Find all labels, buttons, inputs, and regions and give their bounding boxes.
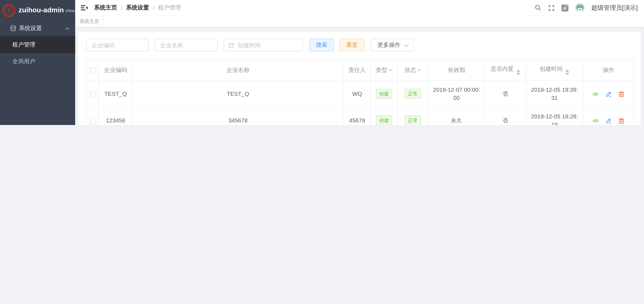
cell-name: TEST_Q — [132, 80, 344, 107]
col-header-select — [86, 60, 99, 80]
app-logo: Z zuihou-admin cloud — [0, 0, 75, 21]
content-area: 搜索 重置 更多操作 — [75, 28, 644, 125]
view-icon[interactable] — [592, 91, 598, 98]
logo-seal-icon: Z — [2, 4, 15, 17]
search-button[interactable]: 搜索 — [309, 39, 334, 51]
col-header-actions: 操作 — [583, 60, 634, 80]
cell-owner: WQ — [344, 80, 371, 107]
created-time-input[interactable] — [237, 41, 298, 49]
view-icon[interactable] — [592, 118, 598, 124]
language-icon[interactable]: A 文 — [561, 5, 568, 11]
database-icon — [10, 25, 16, 32]
table-row: 123456 345678 45678 创建 正常 永久 否 2019-12-0… — [86, 107, 634, 125]
chevron-down-icon — [404, 42, 409, 47]
cell-validity: 永久 — [428, 107, 485, 125]
status-tag: 正常 — [404, 116, 421, 125]
breadcrumb-separator: / — [121, 5, 122, 11]
cell-builtin: 否 — [485, 80, 526, 107]
app-title: zuihou-admin — [18, 6, 64, 15]
calendar-icon — [228, 42, 234, 48]
select-all-checkbox[interactable] — [90, 67, 96, 74]
sidebar-item-tenant-management[interactable]: 租户管理 — [0, 36, 75, 53]
row-checkbox[interactable] — [90, 118, 96, 124]
cell-owner: 45678 — [344, 107, 371, 125]
breadcrumb-system-settings[interactable]: 系统设置 — [126, 4, 149, 12]
cell-validity: 2019-12-07 00:00:00 — [428, 80, 485, 107]
breadcrumb-current: 租户管理 — [158, 4, 181, 12]
user-name[interactable]: 超级管理员[演示] — [591, 4, 638, 12]
sidebar-item-label: 全局用户 — [12, 58, 35, 65]
col-header-owner: 责任人 — [344, 60, 371, 80]
table-header-row: 企业编码 企业名称 责任人 类型 状态 有效期 是否内置 — [86, 60, 634, 80]
table-body: TEST_Q TEST_Q WQ 创建 正常 2019-12-07 00:00:… — [86, 80, 634, 125]
edit-icon[interactable] — [605, 91, 612, 98]
cell-created: 2019-12-05 19:39:31 — [526, 80, 583, 107]
company-name-input[interactable] — [155, 39, 218, 51]
col-header-validity: 有效期 — [428, 60, 485, 80]
created-time-picker[interactable] — [224, 39, 303, 51]
more-actions-button[interactable]: 更多操作 — [371, 39, 414, 51]
type-tag: 创建 — [376, 89, 392, 99]
filter-toolbar: 搜索 重置 更多操作 — [86, 39, 634, 51]
col-header-type[interactable]: 类型 — [370, 60, 397, 80]
app-screen: Z zuihou-admin cloud 系统设置 租户管理 — [0, 0, 644, 125]
search-icon[interactable] — [535, 5, 541, 11]
cell-code: TEST_Q — [99, 80, 132, 107]
col-header-name: 企业名称 — [132, 60, 344, 80]
type-tag: 创建 — [376, 116, 392, 125]
sidebar: Z zuihou-admin cloud 系统设置 租户管理 — [0, 0, 75, 125]
app-title-suffix: cloud — [66, 8, 77, 13]
filter-icon[interactable] — [418, 69, 421, 73]
tags-view-bar: 系统主页 — [75, 16, 644, 28]
sidebar-collapse-icon[interactable] — [80, 4, 88, 12]
reset-button[interactable]: 重置 — [340, 39, 364, 51]
delete-icon[interactable] — [618, 91, 625, 98]
topbar-actions: A 文 — [535, 3, 638, 12]
status-tag: 正常 — [404, 89, 421, 99]
delete-icon[interactable] — [618, 118, 625, 124]
tab-system-home[interactable]: 系统主页 — [75, 16, 104, 27]
col-header-status[interactable]: 状态 — [398, 60, 428, 80]
sidebar-group-label: 系统设置 — [19, 25, 65, 32]
breadcrumb-separator: / — [153, 5, 154, 11]
sort-icon[interactable] — [516, 69, 520, 75]
sort-icon[interactable] — [565, 69, 569, 75]
col-header-builtin[interactable]: 是否内置 — [485, 60, 526, 80]
sidebar-item-global-users[interactable]: 全局用户 — [0, 53, 75, 70]
breadcrumb-home[interactable]: 系统主页 — [94, 4, 117, 12]
col-header-created[interactable]: 创建时间 — [526, 60, 583, 80]
row-checkbox[interactable] — [90, 91, 96, 97]
table-row: TEST_Q TEST_Q WQ 创建 正常 2019-12-07 00:00:… — [86, 80, 634, 107]
col-header-code: 企业编码 — [99, 60, 132, 80]
breadcrumb: 系统主页 / 系统设置 / 租户管理 — [94, 4, 181, 12]
cell-code: 123456 — [99, 107, 132, 125]
sidebar-group-system-settings[interactable]: 系统设置 — [0, 21, 75, 36]
cell-created: 2019-12-05 18:28:19 — [526, 107, 583, 125]
company-code-input[interactable] — [86, 39, 149, 51]
edit-icon[interactable] — [605, 118, 612, 124]
avatar[interactable] — [575, 3, 584, 12]
top-navbar: 系统主页 / 系统设置 / 租户管理 A — [75, 0, 644, 16]
sidebar-item-label: 租户管理 — [12, 41, 35, 48]
chevron-up-icon — [65, 26, 70, 31]
main-area: 系统主页 / 系统设置 / 租户管理 A — [75, 0, 644, 125]
cell-name: 345678 — [132, 107, 344, 125]
content-card: 搜索 重置 更多操作 — [78, 32, 640, 125]
cell-builtin: 否 — [485, 107, 526, 125]
filter-icon[interactable] — [389, 69, 392, 73]
fullscreen-icon[interactable] — [548, 5, 554, 11]
tenant-table: 企业编码 企业名称 责任人 类型 状态 有效期 是否内置 — [86, 59, 634, 125]
